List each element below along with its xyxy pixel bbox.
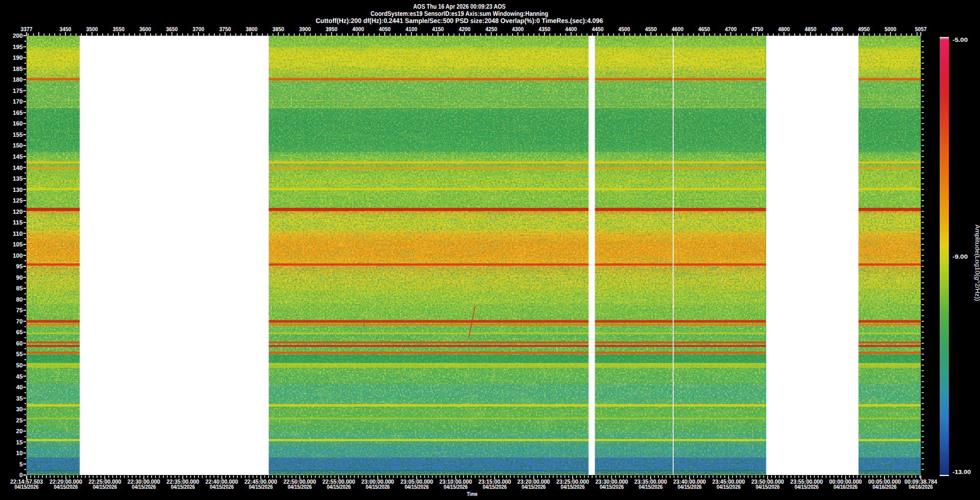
svg-text:50: 50 — [16, 362, 23, 369]
svg-text:200: 200 — [13, 32, 23, 39]
svg-text:30: 30 — [16, 406, 23, 413]
svg-text:135: 135 — [13, 175, 23, 182]
svg-text:4350: 4350 — [538, 27, 550, 33]
svg-text:15: 15 — [16, 439, 23, 446]
svg-text:155: 155 — [13, 131, 23, 138]
svg-text:25: 25 — [16, 417, 23, 424]
svg-text:4000: 4000 — [352, 27, 364, 33]
svg-text:160: 160 — [13, 120, 23, 127]
svg-text:65: 65 — [16, 329, 23, 336]
svg-text:4700: 4700 — [725, 27, 737, 33]
svg-text:04/15/2026: 04/15/2026 — [366, 484, 390, 490]
svg-text:180: 180 — [13, 76, 23, 83]
svg-text:4550: 4550 — [645, 27, 657, 33]
svg-text:145: 145 — [13, 153, 23, 160]
svg-text:3377: 3377 — [21, 27, 33, 33]
svg-text:04/15/2026: 04/15/2026 — [171, 484, 195, 490]
svg-text:3700: 3700 — [192, 27, 204, 33]
svg-text:04/15/2026: 04/15/2026 — [522, 484, 546, 490]
svg-text:3900: 3900 — [299, 27, 311, 33]
svg-text:190: 190 — [13, 54, 23, 61]
svg-text:105: 105 — [13, 241, 23, 248]
svg-text:110: 110 — [13, 230, 23, 237]
svg-text:195: 195 — [13, 43, 23, 51]
svg-text:-13.00: -13.00 — [952, 469, 971, 476]
svg-text:150: 150 — [13, 142, 23, 149]
svg-text:115: 115 — [13, 219, 23, 226]
svg-text:3450: 3450 — [60, 27, 71, 33]
svg-text:4200: 4200 — [459, 27, 471, 33]
svg-text:100: 100 — [13, 252, 23, 259]
svg-text:4750: 4750 — [751, 27, 763, 33]
svg-text:175: 175 — [13, 87, 23, 94]
svg-text:5: 5 — [19, 461, 23, 468]
svg-text:4050: 4050 — [379, 27, 390, 33]
svg-text:3850: 3850 — [273, 27, 284, 33]
svg-text:170: 170 — [13, 98, 23, 105]
svg-text:4800: 4800 — [778, 27, 790, 33]
svg-text:04/15/2026: 04/15/2026 — [483, 484, 507, 490]
svg-text:125: 125 — [13, 197, 23, 204]
svg-text:3650: 3650 — [166, 27, 178, 33]
svg-text:04/15/2026: 04/15/2026 — [717, 484, 741, 490]
svg-text:04/15/2026: 04/15/2026 — [405, 484, 429, 490]
svg-text:165: 165 — [13, 109, 23, 116]
svg-text:Time: Time — [467, 491, 478, 497]
svg-text:4400: 4400 — [565, 27, 577, 33]
svg-text:60: 60 — [16, 340, 23, 347]
svg-text:4300: 4300 — [512, 27, 524, 33]
svg-text:4100: 4100 — [406, 27, 418, 33]
svg-text:3550: 3550 — [113, 27, 125, 33]
svg-text:04/15/2026: 04/15/2026 — [249, 484, 273, 490]
svg-text:Cuttoff(Hz):200 df(Hz):0.: Cuttoff(Hz):200 df(Hz):0.2441 Sample/Sec… — [316, 17, 603, 24]
svg-text:70: 70 — [16, 318, 23, 325]
svg-text:04/15/2026: 04/15/2026 — [15, 484, 39, 490]
svg-text:4150: 4150 — [432, 27, 444, 33]
svg-text:3500: 3500 — [86, 27, 98, 33]
svg-text:04/15/2026: 04/15/2026 — [678, 484, 702, 490]
svg-text:4500: 4500 — [619, 27, 630, 33]
svg-text:75: 75 — [16, 307, 23, 314]
svg-text:-5.00: -5.00 — [952, 37, 968, 43]
svg-text:04/15/2026: 04/15/2026 — [639, 484, 663, 490]
svg-text:CoordSystem:es19 SensorID:es: CoordSystem:es19 SensorID:es19 Axis:sum … — [371, 10, 548, 17]
svg-text:120: 120 — [13, 208, 23, 215]
svg-text:-9.00: -9.00 — [952, 254, 968, 260]
svg-text:04/15/2026: 04/15/2026 — [93, 484, 117, 490]
svg-text:5000: 5000 — [885, 27, 896, 33]
svg-text:4900: 4900 — [831, 27, 843, 33]
svg-text:10: 10 — [16, 449, 23, 457]
svg-text:04/15/2026: 04/15/2026 — [561, 484, 585, 490]
svg-text:4950: 4950 — [858, 27, 870, 33]
svg-text:4850: 4850 — [805, 27, 817, 33]
svg-text:04/15/2026: 04/15/2026 — [327, 484, 351, 490]
svg-text:04/15/2026: 04/15/2026 — [54, 484, 78, 490]
svg-text:3950: 3950 — [326, 27, 337, 33]
svg-text:35: 35 — [16, 395, 23, 402]
svg-text:AOS Thu 16 Apr 2026 00:09:23: AOS Thu 16 Apr 2026 00:09:23 AOS — [413, 3, 506, 10]
svg-text:55: 55 — [16, 351, 23, 358]
svg-text:140: 140 — [13, 164, 23, 171]
svg-text:20: 20 — [16, 428, 23, 435]
svg-text:04/15/2026: 04/15/2026 — [795, 484, 819, 490]
svg-text:80: 80 — [16, 296, 23, 303]
svg-text:04/16/2026: 04/16/2026 — [834, 484, 857, 490]
svg-text:3800: 3800 — [246, 27, 258, 33]
svg-text:04/15/2026: 04/15/2026 — [132, 484, 156, 490]
svg-text:95: 95 — [16, 263, 23, 270]
svg-text:3750: 3750 — [219, 27, 231, 33]
svg-text:04/15/2026: 04/15/2026 — [444, 484, 468, 490]
svg-text:45: 45 — [16, 373, 23, 380]
svg-text:4600: 4600 — [672, 27, 683, 33]
svg-text:4250: 4250 — [485, 27, 497, 33]
svg-text:185: 185 — [13, 65, 23, 72]
svg-text:04/16/2026: 04/16/2026 — [909, 484, 933, 490]
svg-text:04/15/2026: 04/15/2026 — [755, 484, 779, 490]
svg-text:3600: 3600 — [139, 27, 151, 33]
svg-text:04/15/2026: 04/15/2026 — [210, 484, 234, 490]
svg-text:85: 85 — [16, 285, 23, 292]
svg-text:4650: 4650 — [698, 27, 710, 33]
svg-text:Amplitude(Log10(g^2/Hz)): Amplitude(Log10(g^2/Hz)) — [974, 224, 980, 301]
svg-text:5057: 5057 — [915, 27, 927, 33]
svg-text:04/15/2026: 04/15/2026 — [288, 484, 312, 490]
